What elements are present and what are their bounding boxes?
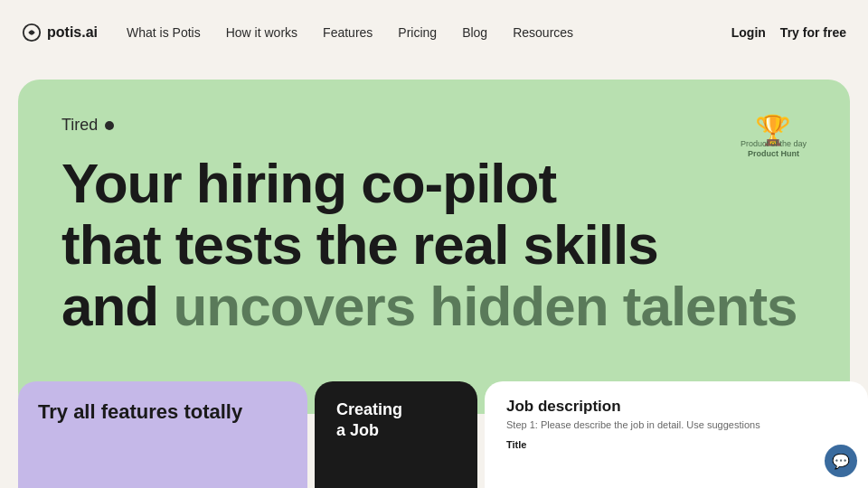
chat-icon: 💬 — [832, 453, 850, 470]
nav-features[interactable]: Features — [323, 25, 373, 40]
ph-text-bottom: Product Hunt — [748, 149, 799, 158]
headline-line1: Your hiring co-pilot — [61, 152, 556, 214]
nav-pricing[interactable]: Pricing — [398, 25, 437, 40]
navbar: potis.ai What is Potis How it works Feat… — [0, 0, 868, 65]
ph-text-top: Product of the day — [741, 139, 807, 149]
headline-line3-plain: and — [61, 275, 173, 337]
nav-links: What is Potis How it works Features Pric… — [127, 25, 731, 40]
purple-card[interactable]: Try all features totally — [18, 381, 307, 488]
headline-line2: that tests the real skills — [61, 213, 658, 276]
login-button[interactable]: Login — [731, 25, 766, 40]
hero-card: Tired Your hiring co-pilot that tests th… — [18, 80, 850, 414]
job-card[interactable]: Job description Step 1: Please describe … — [485, 381, 868, 488]
bottom-area: Try all features totally Creating a Job … — [0, 381, 868, 488]
nav-right: Login Try for free — [731, 25, 846, 40]
job-card-title: Job description — [506, 398, 846, 416]
purple-card-text: Try all features totally — [38, 399, 288, 426]
nav-blog[interactable]: Blog — [462, 25, 487, 40]
chat-bubble-button[interactable]: 💬 — [825, 445, 857, 477]
try-free-button[interactable]: Try for free — [780, 25, 846, 40]
tired-label: Tired — [61, 116, 807, 135]
dark-card[interactable]: Creating a Job — [315, 381, 477, 488]
tired-dot — [105, 121, 114, 130]
nav-what-is-potis[interactable]: What is Potis — [127, 25, 201, 40]
logo-text: potis.ai — [47, 24, 98, 41]
logo-icon — [22, 23, 42, 42]
product-hunt-badge[interactable]: 🏆 Product of the day Product Hunt — [741, 116, 807, 158]
tired-text: Tired — [61, 116, 98, 135]
logo[interactable]: potis.ai — [22, 23, 98, 42]
hero-headline: Your hiring co-pilot that tests the real… — [61, 153, 807, 338]
job-card-subtitle: Step 1: Please describe the job in detai… — [506, 419, 846, 430]
nav-how-it-works[interactable]: How it works — [226, 25, 297, 40]
job-card-label: Title — [506, 439, 846, 450]
nav-resources[interactable]: Resources — [513, 25, 573, 40]
dark-card-title: Creating a Job — [336, 399, 456, 442]
headline-line3-highlight: uncovers hidden talents — [173, 275, 797, 337]
